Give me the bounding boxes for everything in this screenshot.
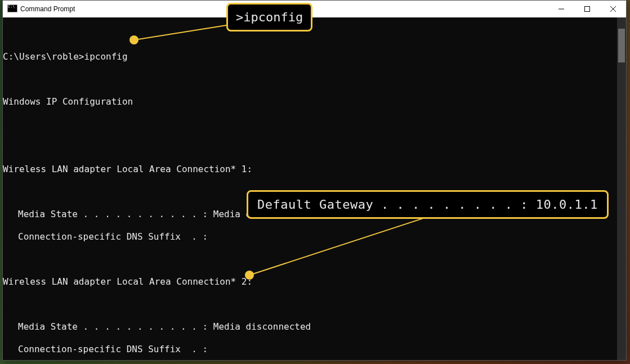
terminal-line — [3, 141, 617, 152]
scrollbar-thumb[interactable] — [618, 29, 625, 62]
window-title: Command Prompt — [20, 5, 75, 13]
svg-rect-1 — [585, 7, 590, 12]
prompt-line: C:\Users\roble>ipconfig — [3, 51, 617, 62]
terminal-line: Media State . . . . . . . . . . . : Medi… — [3, 321, 617, 332]
terminal-line: Windows IP Configuration — [3, 96, 617, 107]
vertical-scrollbar[interactable] — [617, 17, 626, 360]
cmd-icon — [7, 5, 16, 14]
terminal-line — [3, 74, 617, 85]
maximize-button[interactable] — [574, 1, 600, 17]
minimize-button[interactable] — [548, 1, 574, 17]
window-titlebar[interactable]: Command Prompt — [3, 1, 626, 17]
adapter-heading: Wireless LAN adapter Local Area Connecti… — [3, 276, 617, 287]
maximize-icon — [584, 6, 590, 12]
terminal-content: C:\Users\roble>ipconfig Windows IP Confi… — [3, 17, 617, 360]
terminal-line: Connection-specific DNS Suffix . : — [3, 231, 617, 242]
terminal-line — [3, 119, 617, 130]
terminal-line: Connection-specific DNS Suffix . : — [3, 344, 617, 355]
callout-text: >ipconfig — [236, 10, 303, 24]
command-prompt-window: Command Prompt C:\Users\roble>ipconfig W… — [2, 0, 627, 361]
callout-text: Default Gateway . . . . . . . . . : 10.0… — [257, 197, 598, 212]
adapter-heading: Wireless LAN adapter Local Area Connecti… — [3, 164, 617, 175]
terminal-line — [3, 254, 617, 265]
terminal-line — [3, 299, 617, 310]
callout-ipconfig: >ipconfig — [226, 3, 312, 32]
close-button[interactable] — [600, 1, 626, 17]
minimize-icon — [558, 6, 564, 12]
terminal-area[interactable]: C:\Users\roble>ipconfig Windows IP Confi… — [3, 17, 626, 360]
annotation-dot — [245, 271, 254, 280]
close-icon — [610, 6, 616, 12]
callout-default-gateway: Default Gateway . . . . . . . . . : 10.0… — [247, 190, 609, 219]
annotation-dot — [129, 35, 138, 44]
